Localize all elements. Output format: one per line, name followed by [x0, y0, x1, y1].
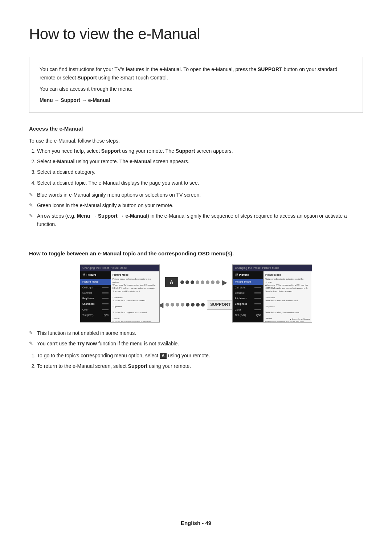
left-content-title: Picture Mode: [113, 273, 158, 277]
diagram-area: Changing the Preset Picture Mode 🎬 Pictu…: [29, 264, 363, 323]
dot-b4: [181, 303, 184, 307]
dot-b5: [186, 303, 189, 307]
right-content-panel: Picture Mode Picture mode selects adjust…: [264, 271, 312, 323]
support-bold2: Support: [77, 75, 97, 81]
left-screen: Changing the Preset Picture Mode 🎬 Pictu…: [80, 264, 160, 323]
right-menu-sharpness: Sharpness: [233, 301, 263, 307]
right-menu-brightness: Brightness: [233, 296, 263, 301]
left-menu-header: 🎬 Picture: [80, 271, 111, 279]
left-menu-brightness: Brightness: [80, 296, 111, 301]
right-menu-contrast: Contrast: [233, 290, 263, 296]
left-menu-cell-light: Cell Light: [80, 285, 111, 290]
dot-1: [180, 280, 184, 284]
right-content-title: Picture Mode: [265, 273, 310, 277]
support-button: SUPPORT: [207, 300, 234, 309]
dot-b1: [166, 303, 169, 307]
dot-8: [216, 280, 220, 284]
toggle-note-1: This function is not enabled in some men…: [29, 329, 363, 337]
section-divider: [29, 239, 363, 239]
dot-b6: [191, 303, 195, 307]
left-menu-color: Color: [80, 307, 111, 312]
toggle-notes-list: This function is not enabled in some men…: [29, 329, 363, 348]
intro-box: You can find instructions for your TV's …: [29, 57, 363, 113]
footer-text: English - 49: [181, 520, 211, 526]
a-button-label: A: [170, 278, 173, 286]
backward-dots: [166, 303, 205, 307]
right-menu-color: Color: [233, 307, 263, 312]
left-menu-panel: 🎬 Picture Picture Mode Cell Light Contra…: [80, 271, 111, 323]
dot-7: [211, 280, 215, 284]
access-section: Access the e-Manual To use the e-Manual,…: [29, 124, 363, 229]
dot-b2: [171, 303, 174, 307]
left-screen-top-label: Changing the Preset Picture Mode: [82, 266, 127, 271]
right-screen: Changing the Preset Picture Mode 🎬 Pictu…: [232, 264, 312, 323]
note-1: Blue words in e-Manual signify menu opti…: [29, 191, 363, 199]
dot-b7: [196, 303, 200, 307]
left-screen-top-bar: Changing the Preset Picture Mode: [80, 265, 159, 271]
right-arrow-icon: ▶: [222, 276, 227, 288]
right-menu-panel: 🎬 Picture Picture Mode Cell Light Contra…: [233, 271, 264, 323]
right-menu-highlighted: Picture Mode: [233, 279, 263, 285]
forward-dots: [180, 280, 220, 284]
a-button: A: [165, 277, 178, 287]
dot-b3: [176, 303, 179, 307]
right-footer-note: ■ Press for e-Manual: [290, 318, 310, 321]
step-3: Select a desired category.: [37, 168, 363, 176]
step-2: Select e-Manual using your remote. The e…: [37, 157, 363, 166]
step-4: Select a desired topic. The e-Manual dis…: [37, 179, 363, 187]
intro-paragraph1: You can find instructions for your TV's …: [40, 65, 352, 82]
right-content-text: Picture mode selects adjustments to the …: [265, 278, 310, 323]
toggle-section: How to toggle between an e-Manual topic …: [29, 249, 363, 370]
toggle-section-title: How to toggle between an e-Manual topic …: [29, 249, 363, 258]
backward-arrow: ◀ SUPPORT: [158, 299, 234, 311]
right-screen-top-bar: Changing the Preset Picture Mode: [233, 265, 312, 271]
left-menu-highlighted: Picture Mode: [80, 279, 111, 285]
page-footer: English - 49: [0, 519, 392, 527]
arrow-area: A ▶ ◀: [160, 276, 232, 311]
dot-3: [191, 280, 194, 284]
note-3: Arrow steps (e.g. Menu → Support → e-Man…: [29, 212, 363, 229]
dot-6: [206, 280, 209, 284]
note-2: Green icons in the e-Manual signify a bu…: [29, 201, 363, 210]
bottom-notes: This function is not enabled in some men…: [29, 329, 363, 370]
toggle-steps-list: To go to the topic's corresponding menu …: [29, 352, 363, 370]
page-title: How to view the e-Manual: [29, 22, 363, 46]
right-screen-top-label: Changing the Preset Picture Mode: [235, 266, 279, 271]
access-section-title: Access the e-Manual: [29, 124, 363, 133]
intro-paragraph2: You can also access it through the menu:: [40, 85, 352, 93]
support-button-label: SUPPORT: [210, 302, 231, 307]
toggle-step-2: To return to the e-Manual screen, select…: [37, 362, 363, 370]
dot-2: [185, 280, 189, 284]
toggle-note-2: You can't use the Try Now function if th…: [29, 340, 363, 348]
left-content-text: Picture mode selects adjustments to the …: [113, 278, 158, 323]
right-menu-header: 🎬 Picture: [233, 271, 263, 279]
steps-list: When you need help, select Support using…: [29, 147, 363, 187]
left-menu-sharpness: Sharpness: [80, 301, 111, 307]
dot-5: [201, 280, 204, 284]
right-menu-cell-light: Cell Light: [233, 285, 263, 290]
left-menu-contrast: Contrast: [80, 290, 111, 296]
forward-arrow: A ▶: [165, 276, 227, 288]
left-menu-tint: Tint (G/R)Q50: [80, 312, 111, 318]
menu-path: Menu → Support → e-Manual: [40, 96, 352, 104]
notes-list: Blue words in e-Manual signify menu opti…: [29, 191, 363, 229]
dot-b8: [201, 303, 205, 307]
right-menu-tint: Tint (G/R)Q50: [233, 312, 263, 318]
dot-4: [196, 280, 199, 284]
left-content-panel: Picture Mode Picture mode selects adjust…: [111, 271, 159, 323]
toggle-step-1: To go to the topic's corresponding menu …: [37, 352, 363, 360]
support-bold1: SUPPORT: [258, 66, 282, 72]
access-intro: To use the e-Manual, follow these steps:: [29, 137, 363, 145]
step-1: When you need help, select Support using…: [37, 147, 363, 155]
